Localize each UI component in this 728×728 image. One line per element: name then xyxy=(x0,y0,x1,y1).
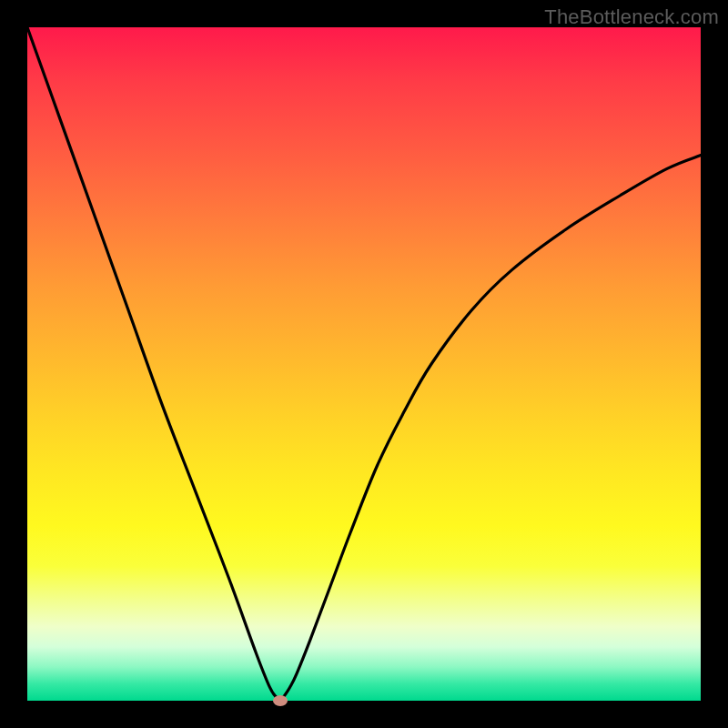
plot-area xyxy=(27,27,701,701)
watermark-text: TheBottleneck.com xyxy=(544,5,719,29)
chart-frame: TheBottleneck.com xyxy=(0,0,728,728)
optimal-point-marker xyxy=(273,695,288,706)
bottleneck-curve xyxy=(27,27,701,701)
curve-svg xyxy=(27,27,701,701)
